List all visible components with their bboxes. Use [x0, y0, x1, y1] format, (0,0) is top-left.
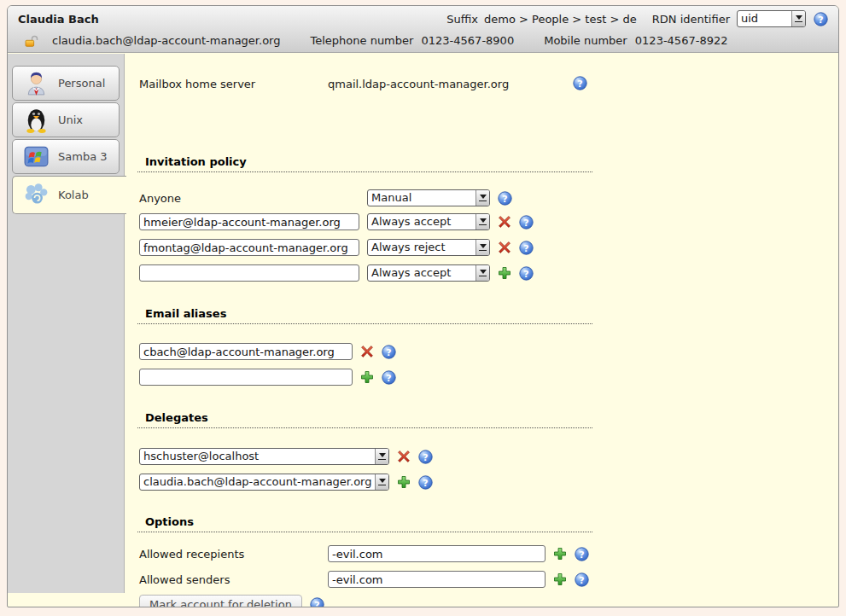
select-value: Always reject [368, 240, 476, 255]
select-value: Always accept [368, 265, 476, 281]
mark-deletion-button[interactable]: Mark account for deletion [139, 595, 302, 608]
allowed-recipients-input[interactable] [328, 545, 546, 562]
allowed-recipients-row: Allowed recepients [139, 544, 831, 563]
deletion-row: Mark account for deletion [139, 595, 831, 607]
invitation-row: Always reject [139, 238, 831, 257]
unlock-icon [25, 35, 38, 47]
help-icon[interactable] [418, 450, 433, 464]
chevron-down-icon [791, 11, 805, 26]
chevron-down-icon [375, 474, 388, 490]
tab-samba3[interactable]: Samba 3 [12, 139, 120, 174]
rdn-identifier-select[interactable]: uid [737, 10, 806, 27]
chevron-down-icon [375, 449, 388, 464]
mobile-label: Mobile number [544, 34, 627, 47]
suffix-label: Suffix [446, 13, 478, 26]
anyone-policy-row [139, 142, 831, 161]
help-icon[interactable] [498, 191, 512, 206]
delegate-candidate-select[interactable]: claudia.bach@ldap-account-manager.org [139, 474, 389, 491]
windows-icon [22, 142, 50, 171]
email-alias-input[interactable] [139, 343, 353, 360]
select-value: Always accept [368, 214, 476, 230]
section-options: Options [137, 515, 592, 532]
account-email: claudia.bach@ldap-account-manager.org [52, 34, 280, 47]
chevron-down-icon [476, 214, 489, 230]
invitation-email-input[interactable] [139, 239, 359, 256]
person-icon [22, 69, 50, 97]
help-icon[interactable] [575, 547, 589, 561]
select-value: claudia.bach@ldap-account-manager.org [140, 474, 375, 490]
chevron-down-icon [476, 190, 489, 206]
anyone-policy-select[interactable]: Manual [367, 189, 490, 206]
invitation-policy-select[interactable]: Always accept [367, 264, 490, 282]
chevron-down-icon [476, 240, 489, 255]
mailbox-home-server-row: Mailbox home server qmail.ldap-account-m… [139, 74, 831, 93]
mailbox-home-server-label: Mailbox home server [139, 78, 320, 90]
telephone-label: Telephone number [310, 34, 413, 47]
select-value: Manual [368, 190, 476, 206]
section-delegates: Delegates [137, 411, 592, 428]
add-icon[interactable] [360, 370, 374, 384]
help-icon[interactable] [519, 241, 534, 255]
tab-unix[interactable]: Unix [12, 102, 120, 137]
telephone-info: Telephone number 0123-4567-8900 [310, 34, 514, 47]
delete-icon[interactable] [498, 215, 511, 229]
anyone-label: Anyone [139, 192, 359, 205]
delegate-row: hschuster@localhost [139, 447, 831, 466]
header-top-row: Claudia Bach Suffix demo > People > test… [8, 6, 838, 30]
rdn-identifier-label: RDN identifier [652, 13, 730, 26]
module-tab-bar: Personal Unix Samba 3 Kolab [8, 54, 125, 593]
help-icon[interactable] [382, 345, 396, 359]
suffix-value: demo > People > test > de [484, 13, 637, 26]
mailbox-home-server-value: qmail.ldap-account-manager.org [328, 78, 509, 90]
invitation-policy-select[interactable]: Always reject [367, 239, 490, 256]
help-icon[interactable] [519, 215, 534, 230]
add-icon[interactable] [397, 475, 411, 489]
tab-personal[interactable]: Personal [12, 66, 120, 101]
mobile-info: Mobile number 0123-4567-8922 [544, 34, 727, 47]
delete-icon[interactable] [498, 241, 511, 254]
header-suffix-area: Suffix demo > People > test > de RDN ide… [446, 10, 828, 27]
email-alias-input[interactable] [139, 369, 353, 386]
header-account-row: claudia.bach@ldap-account-manager.org Te… [8, 30, 838, 51]
add-icon[interactable] [498, 266, 511, 280]
telephone-value: 0123-4567-8900 [422, 34, 515, 47]
invitation-policy-select[interactable]: Always accept [367, 213, 490, 230]
kolab-tab-content: Mailbox home server qmail.ldap-account-m… [125, 54, 838, 607]
delegate-select[interactable]: hschuster@localhost [139, 448, 389, 465]
delete-icon[interactable] [397, 450, 411, 463]
tab-label: Personal [58, 77, 105, 90]
anyone-policy-row: Anyone Manual [139, 189, 831, 207]
invitation-row [139, 168, 831, 187]
mobile-value: 0123-4567-8922 [635, 34, 728, 47]
help-icon[interactable] [519, 266, 534, 281]
invitation-row: Always accept [139, 212, 831, 231]
help-icon[interactable] [382, 370, 396, 385]
section-email-aliases: Email aliases [137, 307, 592, 324]
tab-label: Kolab [58, 189, 89, 201]
invitation-email-input[interactable] [139, 264, 359, 282]
tab-kolab[interactable]: Kolab [12, 176, 126, 214]
page-title: Claudia Bach [18, 13, 99, 26]
help-icon[interactable] [310, 597, 324, 608]
help-icon[interactable] [573, 76, 587, 90]
add-icon[interactable] [553, 547, 567, 561]
invitation-new-row: Always accept [139, 264, 831, 282]
select-value: hschuster@localhost [140, 449, 375, 464]
tux-icon [22, 106, 50, 134]
delegate-new-row: claudia.bach@ldap-account-manager.org [139, 473, 831, 491]
select-value: uid [738, 11, 791, 26]
email-alias-new-row [139, 368, 831, 386]
kolab-icon [22, 181, 50, 209]
tab-label: Samba 3 [58, 150, 108, 163]
help-icon[interactable] [814, 12, 828, 26]
account-header: Claudia Bach Suffix demo > People > test… [8, 6, 838, 53]
help-icon[interactable] [418, 475, 433, 490]
chevron-down-icon [476, 265, 489, 281]
tab-label: Unix [58, 113, 83, 126]
delete-icon[interactable] [360, 345, 374, 358]
account-edit-window: Claudia Bach Suffix demo > People > test… [7, 5, 839, 607]
invitation-email-input[interactable] [139, 213, 359, 230]
email-alias-row [139, 342, 831, 361]
allowed-recipients-label: Allowed recepients [139, 548, 320, 561]
